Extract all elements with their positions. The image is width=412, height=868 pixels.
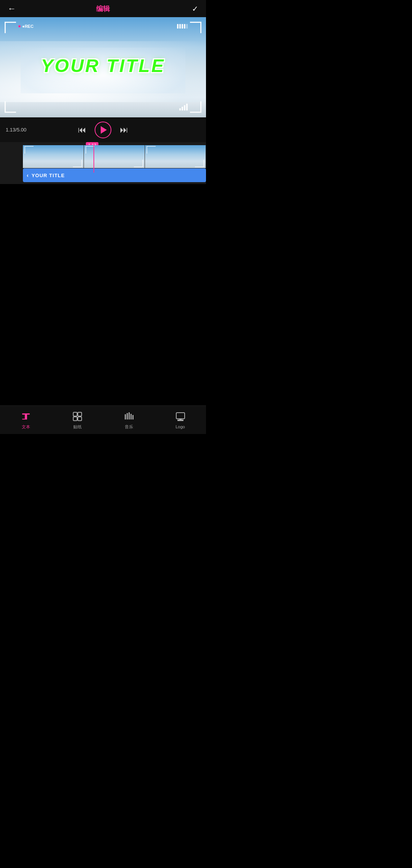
timeline-thumb-1 xyxy=(23,145,84,168)
svg-rect-9 xyxy=(129,412,130,420)
tool-logo[interactable]: Logo xyxy=(154,411,206,429)
rec-label: ●REC xyxy=(22,24,34,29)
music-label: 音乐 xyxy=(125,424,133,430)
text-label: 文本 xyxy=(22,424,30,430)
rec-dot xyxy=(18,25,21,27)
timeline-strip xyxy=(23,145,206,168)
sticker-label: 贴纸 xyxy=(73,424,82,430)
thumb-corner-br-1 xyxy=(73,160,82,167)
logo-icon xyxy=(175,412,186,422)
back-button[interactable]: ← xyxy=(8,4,16,14)
thumb-corner-tl-1 xyxy=(24,146,34,154)
corner-bottom-left xyxy=(5,101,16,113)
rec-indicator: ●REC xyxy=(18,24,34,29)
prev-button[interactable]: ⏮ xyxy=(72,119,93,140)
text-icon-wrap xyxy=(20,410,32,423)
bat-bar-3 xyxy=(182,24,183,29)
signal-indicator xyxy=(179,104,188,111)
header-title: 编辑 xyxy=(96,4,110,13)
thumb-corner-br-3 xyxy=(195,160,204,167)
sig-bar-2 xyxy=(182,107,183,111)
sig-bar-3 xyxy=(184,105,185,111)
tool-sticker[interactable]: 贴纸 xyxy=(52,410,103,430)
logo-icon-wrap xyxy=(174,411,187,423)
tool-text[interactable]: 文本 xyxy=(0,410,52,430)
play-button[interactable] xyxy=(93,119,114,140)
video-title-text: YOUR TITLE xyxy=(41,55,165,76)
confirm-button[interactable]: ✓ xyxy=(192,4,198,13)
corner-top-right xyxy=(190,22,201,33)
music-icon xyxy=(124,411,134,422)
svg-rect-10 xyxy=(130,414,132,420)
timeline-area[interactable]: 1.13 ‹ YOUR TITLE xyxy=(0,142,206,184)
svg-rect-11 xyxy=(132,415,134,420)
track-label: YOUR TITLE xyxy=(32,173,65,178)
tool-music[interactable]: 音乐 xyxy=(103,410,154,430)
thumb-corner-br-2 xyxy=(134,160,143,167)
timeline-thumb-3 xyxy=(145,145,206,168)
sticker-icon xyxy=(72,411,83,422)
play-circle xyxy=(95,122,111,138)
svg-rect-5 xyxy=(73,417,77,421)
playback-controls: 1.13/5.00 ⏮ ⏭ xyxy=(0,117,206,142)
corner-bottom-right xyxy=(190,101,201,113)
svg-rect-8 xyxy=(127,413,128,420)
sig-bar-1 xyxy=(179,108,181,111)
bottom-toolbar: 文本 贴纸 xyxy=(0,405,206,434)
svg-rect-3 xyxy=(73,412,77,416)
time-display: 1.13/5.00 xyxy=(6,127,26,133)
next-button[interactable]: ⏭ xyxy=(114,119,135,140)
sig-bar-4 xyxy=(186,104,188,111)
title-track[interactable]: ‹ YOUR TITLE xyxy=(23,168,206,182)
svg-rect-1 xyxy=(25,413,27,420)
text-icon xyxy=(21,411,31,422)
svg-rect-12 xyxy=(176,413,185,419)
corner-top-left xyxy=(5,22,16,33)
prev-icon: ⏮ xyxy=(78,125,86,135)
sticker-icon-wrap xyxy=(71,410,84,423)
bat-bar-4 xyxy=(184,24,185,29)
video-preview[interactable]: ●REC YOUR TITLE xyxy=(0,17,206,117)
svg-rect-2 xyxy=(22,419,26,420)
music-icon-wrap xyxy=(123,410,135,423)
svg-rect-14 xyxy=(179,419,182,420)
header: ← 编辑 ✓ xyxy=(0,0,206,17)
svg-rect-4 xyxy=(78,412,82,416)
svg-rect-7 xyxy=(125,414,126,420)
timeline-thumb-2 xyxy=(84,145,145,168)
logo-label: Logo xyxy=(175,424,185,429)
bat-bar-2 xyxy=(179,24,181,29)
next-icon: ⏭ xyxy=(120,125,128,135)
play-icon xyxy=(101,126,107,134)
svg-rect-6 xyxy=(78,417,82,421)
bat-bar-5 xyxy=(186,24,188,29)
bat-bar-1 xyxy=(177,24,179,29)
content-wrapper: ●REC YOUR TITLE 1.13/5.00 ⏮ xyxy=(0,17,206,434)
playhead xyxy=(93,142,94,173)
track-arrow: ‹ xyxy=(27,172,29,178)
battery-indicator xyxy=(177,24,188,29)
thumb-corner-tl-3 xyxy=(146,146,156,154)
empty-canvas-area xyxy=(0,184,206,405)
